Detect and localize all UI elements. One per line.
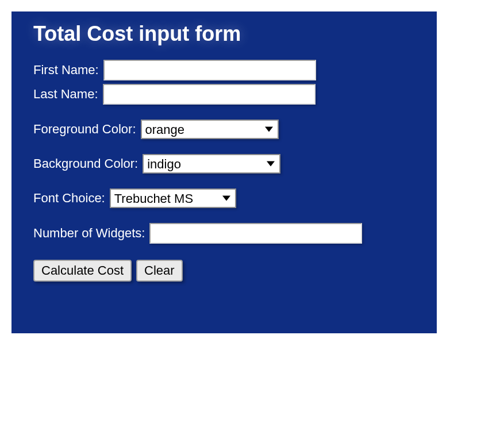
first-name-label: First Name: [33,63,99,78]
background-color-row: Background Color: indigo [33,154,415,174]
font-choice-select[interactable]: Trebuchet MS [110,188,236,208]
background-color-select-wrap: indigo [143,154,280,174]
font-choice-select-wrap: Trebuchet MS [110,188,236,208]
foreground-color-row: Foreground Color: orange [33,120,415,139]
num-widgets-label: Number of Widgets: [33,226,145,241]
font-choice-label: Font Choice: [33,191,105,206]
button-row: Calculate Cost Clear [33,260,415,282]
foreground-color-label: Foreground Color: [33,122,136,137]
total-cost-form-panel: Total Cost input form First Name: Last N… [11,11,437,333]
first-name-row: First Name: [33,60,415,80]
last-name-label: Last Name: [33,87,98,102]
background-color-label: Background Color: [33,156,138,171]
clear-button[interactable]: Clear [136,260,183,282]
foreground-color-select[interactable]: orange [141,120,279,139]
first-name-input[interactable] [103,60,316,80]
form-title: Total Cost input form [33,22,415,46]
num-widgets-row: Number of Widgets: [33,223,415,244]
calculate-cost-button[interactable]: Calculate Cost [33,260,132,282]
foreground-color-select-wrap: orange [141,120,279,139]
last-name-row: Last Name: [33,84,415,105]
num-widgets-input[interactable] [149,223,362,244]
font-choice-row: Font Choice: Trebuchet MS [33,188,415,208]
background-color-select[interactable]: indigo [143,154,280,174]
last-name-input[interactable] [103,84,316,105]
